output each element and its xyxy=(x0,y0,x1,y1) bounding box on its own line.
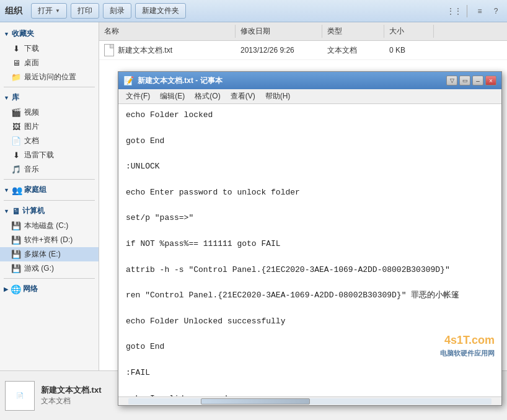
sidebar-item-recent[interactable]: 📁 最近访问的位置 xyxy=(0,70,99,84)
file-list-header: 名称 修改日期 类型 大小 xyxy=(99,22,507,41)
file-modified-cell: 2013/12/26 9:26 xyxy=(236,46,322,55)
music-icon: 🎵 xyxy=(11,165,21,175)
explorer-toolbar: 组织 打开 ▼ 打印 刻录 新建文件夹 ⋮⋮ ≡ ? xyxy=(0,0,507,22)
file-size-cell: 0 KB xyxy=(384,46,434,55)
close-button[interactable]: × xyxy=(485,76,496,85)
column-name[interactable]: 名称 xyxy=(99,25,236,38)
notepad-title: 新建文本文档.txt - 记事本 xyxy=(138,76,443,86)
notepad-menubar: 文件(F) 编辑(E) 格式(O) 查看(V) 帮助(H) xyxy=(118,89,501,104)
thunder-icon: ⬇ xyxy=(11,151,21,160)
notepad-titlebar: 📝 新建文本文档.txt - 记事本 ▽ ▭ – × xyxy=(118,72,501,89)
notepad-icon: 📝 xyxy=(123,76,134,85)
documents-icon: 📄 xyxy=(11,136,21,146)
favorites-header[interactable]: ▼ 收藏夹 xyxy=(0,26,99,42)
computer-header[interactable]: ▼ 🖥 计算机 xyxy=(0,203,99,219)
menu-dots-icon[interactable]: ⋮⋮ xyxy=(448,5,461,17)
network-header[interactable]: ▶ 🌐 网络 xyxy=(0,281,99,297)
new-folder-button[interactable]: 新建文件夹 xyxy=(135,3,186,19)
file-icon xyxy=(104,44,114,56)
download-icon: ⬇ xyxy=(11,44,21,54)
column-modified[interactable]: 修改日期 xyxy=(236,25,322,38)
network-section: ▶ 🌐 网络 xyxy=(0,281,99,297)
minimize-button[interactable]: – xyxy=(472,76,483,85)
sidebar-item-music[interactable]: 🎵 音乐 xyxy=(0,162,99,177)
homegroup-header[interactable]: ▼ 👥 家庭组 xyxy=(0,182,99,198)
sidebar-item-desktop[interactable]: 🖥 桌面 xyxy=(0,56,99,70)
video-icon: 🎬 xyxy=(11,108,21,118)
restore-button[interactable]: ▭ xyxy=(459,76,470,85)
sidebar-item-documents[interactable]: 📄 文档 xyxy=(0,134,99,148)
menu-edit[interactable]: 编辑(E) xyxy=(155,90,190,103)
open-button[interactable]: 打开 ▼ xyxy=(31,3,67,19)
column-size[interactable]: 大小 xyxy=(384,25,434,38)
maximize-button[interactable]: ▽ xyxy=(446,76,457,85)
d-drive-icon: 💾 xyxy=(11,235,21,245)
table-row[interactable]: 新建文本文档.txt 2013/12/26 9:26 文本文档 0 KB xyxy=(99,41,507,60)
library-header[interactable]: ▼ 库 xyxy=(0,90,99,105)
menu-format[interactable]: 格式(O) xyxy=(190,90,225,103)
toolbar-title: 组织 xyxy=(5,6,22,17)
sidebar-item-download[interactable]: ⬇ 下载 xyxy=(0,42,99,56)
sidebar-item-g-drive[interactable]: 💾 游戏 (G:) xyxy=(0,261,99,276)
sidebar-item-d-drive[interactable]: 💾 软件+资料 (D:) xyxy=(0,233,99,247)
sidebar-item-e-drive[interactable]: 💾 多媒体 (E:) xyxy=(0,247,99,261)
library-section: ▼ 库 🎬 视频 🖼 图片 📄 文档 ⬇ 迅雷下载 xyxy=(0,90,99,177)
horizontal-scrollbar[interactable] xyxy=(118,396,501,405)
e-drive-icon: 💾 xyxy=(11,250,21,260)
g-drive-icon: 💾 xyxy=(11,264,21,274)
sidebar-item-pictures[interactable]: 🖼 图片 xyxy=(0,120,99,134)
view-options-icon[interactable]: ≡ xyxy=(474,5,486,17)
menu-help[interactable]: 帮助(H) xyxy=(260,90,296,103)
pictures-icon: 🖼 xyxy=(11,122,21,132)
sidebar-item-thunder[interactable]: ⬇ 迅雷下载 xyxy=(0,148,99,162)
preview-filetype: 文本文档 xyxy=(41,396,102,406)
computer-section: ▼ 🖥 计算机 💾 本地磁盘 (C:) 💾 软件+资料 (D:) 💾 多媒体 (… xyxy=(0,203,99,276)
preview-text: 新建文本文档.txt 文本文档 xyxy=(41,385,102,406)
sidebar-item-c-drive[interactable]: 💾 本地磁盘 (C:) xyxy=(0,219,99,233)
preview-icon: 📄 xyxy=(5,381,35,411)
file-name-cell: 新建文本文档.txt xyxy=(99,44,236,56)
file-type-cell: 文本文档 xyxy=(322,45,384,56)
recent-icon: 📁 xyxy=(11,72,21,82)
watermark: 4s1T.com 电脑软硬件应用网 xyxy=(440,333,495,358)
watermark-site: 4s1T.com xyxy=(440,333,495,348)
sidebar-item-video[interactable]: 🎬 视频 xyxy=(0,105,99,120)
desktop-icon: 🖥 xyxy=(11,58,21,68)
print-button[interactable]: 打印 xyxy=(71,3,99,19)
menu-file[interactable]: 文件(F) xyxy=(121,90,155,103)
menu-view[interactable]: 查看(V) xyxy=(226,90,260,103)
burn-button[interactable]: 刻录 xyxy=(103,3,131,19)
watermark-desc: 电脑软硬件应用网 xyxy=(440,349,495,358)
column-type[interactable]: 类型 xyxy=(322,25,384,38)
help-icon[interactable]: ? xyxy=(490,5,502,17)
homegroup-section: ▼ 👥 家庭组 xyxy=(0,182,99,198)
preview-filename: 新建文本文档.txt xyxy=(41,385,102,396)
favorites-section: ▼ 收藏夹 ⬇ 下载 🖥 桌面 📁 最近访问的位置 xyxy=(0,26,99,84)
c-drive-icon: 💾 xyxy=(11,221,21,231)
sidebar: ▼ 收藏夹 ⬇ 下载 🖥 桌面 📁 最近访问的位置 xyxy=(0,22,99,370)
